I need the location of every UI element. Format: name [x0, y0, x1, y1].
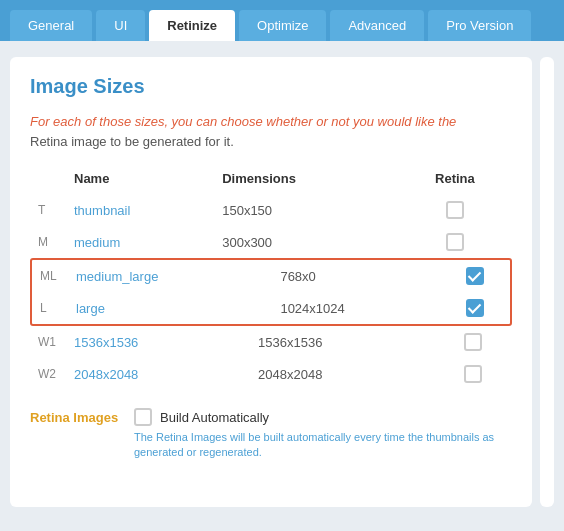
row-retina	[398, 194, 512, 226]
col-abbr	[30, 167, 66, 194]
table-row: M medium 300x300	[30, 226, 512, 258]
sizes-table: Name Dimensions Retina T thumbnail 150x1…	[30, 167, 512, 258]
row-abbr: T	[30, 194, 66, 226]
table-row-highlighted: L large 1024x1024	[32, 292, 510, 324]
table-row-highlighted: ML medium_large 768x0	[32, 260, 510, 292]
retina-checkbox[interactable]	[446, 233, 464, 251]
row-retina	[434, 326, 512, 358]
row-name: medium	[66, 226, 214, 258]
build-auto-top: Build Automatically	[134, 408, 512, 426]
row-name: 1536x1536	[66, 326, 250, 358]
row-abbr: W1	[30, 326, 66, 358]
table-row: W1 1536x1536 1536x1536	[30, 326, 512, 358]
main-panel: Image Sizes For each of those sizes, you…	[10, 57, 532, 507]
row-retina	[439, 260, 510, 292]
table-row: T thumbnail 150x150	[30, 194, 512, 226]
build-auto-desc: The Retina Images will be built automati…	[134, 430, 512, 461]
retina-images-label: Retina Images	[30, 408, 120, 425]
table-header-row: Name Dimensions Retina	[30, 167, 512, 194]
row-dims: 768x0	[272, 260, 439, 292]
tab-pro[interactable]: Pro Version	[428, 10, 531, 41]
build-auto-checkbox[interactable]	[134, 408, 152, 426]
col-dims: Dimensions	[214, 167, 398, 194]
tabs-bar: General UI Retinize Optimize Advanced Pr…	[0, 0, 564, 41]
build-auto-label: Build Automatically	[160, 410, 269, 425]
row-retina	[398, 226, 512, 258]
retina-checkbox[interactable]	[446, 201, 464, 219]
row-name-link[interactable]: medium	[74, 235, 120, 250]
row-abbr: ML	[32, 260, 68, 292]
row-abbr: M	[30, 226, 66, 258]
description: For each of those sizes, you can choose …	[30, 112, 512, 151]
row-dims: 300x300	[214, 226, 398, 258]
tab-general[interactable]: General	[10, 10, 92, 41]
retina-checkbox-checked[interactable]	[466, 299, 484, 317]
row-name-link[interactable]: thumbnail	[74, 203, 130, 218]
row-name: thumbnail	[66, 194, 214, 226]
tab-advanced[interactable]: Advanced	[330, 10, 424, 41]
build-auto-container: Build Automatically The Retina Images wi…	[134, 408, 512, 461]
tab-retinize[interactable]: Retinize	[149, 10, 235, 41]
row-name-link[interactable]: 1536x1536	[74, 335, 138, 350]
page-title: Image Sizes	[30, 75, 512, 98]
row-name-link[interactable]: medium_large	[76, 269, 158, 284]
side-panel	[540, 57, 554, 507]
row-retina	[439, 292, 510, 324]
row-dims: 150x150	[214, 194, 398, 226]
row-dims: 1024x1024	[272, 292, 439, 324]
row-name: 2048x2048	[66, 358, 250, 390]
description-text: Retina image to be generated for it.	[30, 134, 234, 149]
row-name: medium_large	[68, 260, 272, 292]
table-row: W2 2048x2048 2048x2048	[30, 358, 512, 390]
row-dims: 1536x1536	[250, 326, 434, 358]
highlighted-table: ML medium_large 768x0 L large 1024x1024	[32, 260, 510, 324]
retina-checkbox[interactable]	[464, 365, 482, 383]
retina-images-section: Retina Images Build Automatically The Re…	[30, 408, 512, 461]
highlighted-group: ML medium_large 768x0 L large 1024x1024	[30, 258, 512, 326]
row-name: large	[68, 292, 272, 324]
col-retina: Retina	[398, 167, 512, 194]
tab-optimize[interactable]: Optimize	[239, 10, 326, 41]
row-retina	[434, 358, 512, 390]
retina-checkbox[interactable]	[464, 333, 482, 351]
row-abbr: W2	[30, 358, 66, 390]
content-area: Image Sizes For each of those sizes, you…	[0, 41, 564, 517]
col-name: Name	[66, 167, 214, 194]
row-name-link[interactable]: large	[76, 301, 105, 316]
row-dims: 2048x2048	[250, 358, 434, 390]
row-name-link[interactable]: 2048x2048	[74, 367, 138, 382]
description-highlight: For each of those sizes, you can choose …	[30, 114, 456, 129]
tab-ui[interactable]: UI	[96, 10, 145, 41]
sizes-table-bottom: W1 1536x1536 1536x1536 W2 2048x2048 2048…	[30, 326, 512, 390]
row-abbr: L	[32, 292, 68, 324]
retina-checkbox-checked[interactable]	[466, 267, 484, 285]
